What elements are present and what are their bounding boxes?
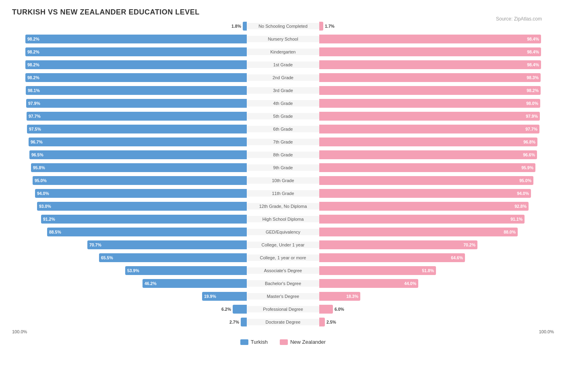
row-label: College, Under 1 year [247,242,319,248]
left-bar: 96.5% [29,150,247,159]
chart-row: 93.0% 12th Grade, No Diploma 92.8% [12,201,554,212]
left-bar-label: 94.0% [37,191,49,196]
right-bar: 98.2% [319,86,541,95]
chart-row: 19.9% Master's Degree 18.3% [12,291,554,302]
left-bar-label: 65.5% [101,255,113,260]
right-bar: 70.2% [319,240,477,249]
right-bar-label-outside: 6.0% [335,307,344,312]
left-side: 70.7% [12,240,247,249]
left-bar: 19.9% [202,292,247,301]
right-side: 97.7% [319,125,554,133]
chart-row: 96.7% 7th Grade 96.8% [12,136,554,148]
left-bar [233,305,247,314]
row-label: Master's Degree [247,293,319,300]
right-bar: 95.0% [319,176,533,185]
right-side: 51.8% [319,266,554,275]
left-bar-label: 96.5% [31,152,43,157]
chart-row: 94.0% 11th Grade 94.0% [12,188,554,199]
chart-row: 1.8% No Schooling Completed 1.7% [12,21,554,32]
axis-labels: 100.0% 100.0% [12,329,554,334]
right-side: 64.6% [319,253,554,262]
left-bar-label: 93.0% [39,204,51,209]
chart-row: 65.5% College, 1 year or more 64.6% [12,252,554,263]
left-bar: 97.7% [27,112,247,121]
row-label: 12th Grade, No Diploma [247,203,319,209]
right-bar-label: 96.8% [523,140,535,144]
left-side: 98.2% [12,73,247,82]
left-bar: 53.9% [125,266,247,275]
chart-row: 88.5% GED/Equivalency 88.0% [12,226,554,238]
left-side: 91.2% [12,215,247,224]
left-bar: 94.0% [35,189,247,198]
right-side: 98.4% [319,60,554,69]
right-bar-label: 92.8% [514,204,527,209]
right-bar-label: 96.6% [523,152,535,157]
right-bar-label: 98.3% [527,75,539,80]
left-side: 97.5% [12,125,247,133]
right-bar: 97.7% [319,125,539,133]
right-bar: 18.3% [319,292,360,301]
left-bar-label: 97.9% [28,101,40,106]
right-bar-label-outside: 2.5% [326,320,336,324]
left-bar-label: 96.7% [31,140,43,144]
left-side: 1.8% [12,22,247,31]
row-label: Associate's Degree [247,267,319,274]
left-bar: 95.8% [31,163,247,172]
left-bar: 95.0% [33,176,247,185]
left-bar-label: 95.0% [35,178,47,183]
row-label: 10th Grade [247,177,319,184]
left-bar-label-outside: 6.2% [221,307,231,312]
right-side: 2.5% [319,318,554,326]
legend-turkish-color [240,339,248,345]
left-side: 19.9% [12,292,247,301]
right-bar: 91.1% [319,215,525,224]
left-bar: 70.7% [87,240,247,249]
row-label: Bachelor's Degree [247,280,319,287]
right-bar: 44.0% [319,279,418,288]
left-side: 46.2% [12,279,247,288]
right-bar-label: 18.3% [346,294,358,299]
right-side: 97.9% [319,112,554,121]
right-bar-label: 70.2% [463,242,475,247]
left-side: 93.0% [12,202,247,211]
left-side: 96.5% [12,150,247,159]
right-bar-label: 98.4% [527,49,539,54]
left-bar-label: 97.7% [29,114,41,119]
chart-row: 98.2% Kindergarten 98.4% [12,46,554,57]
chart-row: 53.9% Associate's Degree 51.8% [12,265,554,276]
right-side: 98.4% [319,47,554,56]
right-side: 94.0% [319,189,554,198]
right-bar: 95.9% [319,163,535,172]
right-side: 92.8% [319,202,554,211]
right-bar: 88.0% [319,228,518,236]
right-side: 95.0% [319,176,554,185]
left-bar-label: 98.2% [27,37,39,41]
right-bar: 98.4% [319,60,541,69]
row-label: 1st Grade [247,62,319,68]
left-bar-label: 98.2% [27,75,39,80]
left-bar: 97.9% [26,99,247,108]
axis-right: 100.0% [539,329,554,334]
right-bar-label: 98.0% [526,101,538,106]
right-bar-label: 98.2% [527,88,539,93]
left-bar: 96.7% [29,138,247,146]
left-bar: 65.5% [99,253,247,262]
row-label: 5th Grade [247,113,319,119]
chart-container: 1.8% No Schooling Completed 1.7% 98.2% N… [12,21,554,334]
right-bar-label: 98.4% [527,37,539,41]
right-side: 70.2% [319,240,554,249]
chart-row: 96.5% 8th Grade 96.6% [12,149,554,160]
right-bar [319,22,323,31]
left-bar-label: 46.2% [145,281,157,286]
left-side: 96.7% [12,138,247,146]
row-label: Nursery School [247,36,319,42]
right-side: 1.7% [319,22,554,31]
legend-turkish: Turkish [240,339,268,345]
left-bar: 93.0% [37,202,247,211]
chart-row: 98.2% 2nd Grade 98.3% [12,72,554,83]
left-side: 98.2% [12,35,247,43]
right-bar: 64.6% [319,253,465,262]
legend-newzealander-color [280,339,288,345]
chart-row: 97.9% 4th Grade 98.0% [12,98,554,109]
left-side: 6.2% [12,305,247,314]
